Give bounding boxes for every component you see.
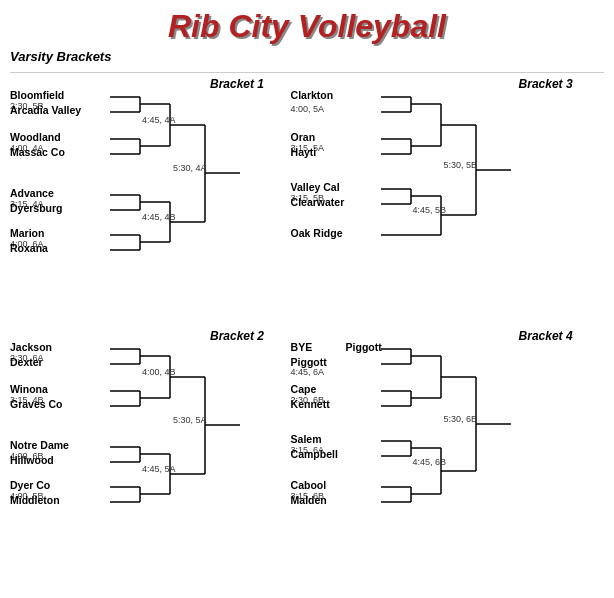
team-clarkton: Clarkton (291, 89, 334, 101)
time-r2-upper-b4: 4:45, 6A (291, 367, 325, 377)
time-r2-lower-b1: 4:45, 4B (142, 212, 176, 222)
bracket4-svg (291, 329, 614, 569)
team-arcadia-valley: Arcadia Valley (10, 104, 81, 116)
team-dexter: Dexter (10, 356, 43, 368)
team-massac-co: Massac Co (10, 146, 65, 158)
time-clarkton: 4:00, 5A (291, 104, 325, 114)
team-bye: BYE (291, 341, 313, 353)
time-r2-lower-b4: 4:45, 6B (413, 457, 447, 467)
main-title: Rib City Volleyball (10, 8, 604, 45)
team-clearwater: Clearwater (291, 196, 345, 208)
time-r2-upper-b2: 4:00, 4B (142, 367, 176, 377)
team-middleton: Middleton (10, 494, 60, 506)
time-r2-upper-b1: 4:45, 4A (142, 115, 176, 125)
subtitle: Varsity Brackets (10, 49, 604, 64)
team-hayti: Hayti (291, 146, 317, 158)
bracket2-label: Bracket 2 (210, 329, 264, 343)
bracket4: Bracket 4 BYE Piggott Piggott 4:45, 6A C… (291, 329, 604, 569)
time-r3-b1: 5:30, 4A (173, 163, 207, 173)
time-r3-b4: 5:30, 6B (444, 414, 478, 424)
bracket1: Bloomfield 2:30, 5B Arcadia Valley Woodl… (10, 77, 291, 317)
bracket2: Jackson 2:30, 6A Dexter Winona 3:15, 4B … (10, 329, 291, 569)
page: Rib City Volleyball Varsity Brackets (0, 0, 614, 598)
team-hillwood: Hillwood (10, 454, 54, 466)
time-r3-b2: 5:30, 5A (173, 415, 207, 425)
time-r2-lower-b2: 4:45, 5A (142, 464, 176, 474)
bracket1-label: Bracket 1 (210, 77, 264, 91)
gap (10, 317, 604, 325)
time-r3-b3: 5:30, 5B (444, 160, 478, 170)
team-piggott-label: Piggott (346, 341, 382, 353)
team-graves-co: Graves Co (10, 398, 63, 410)
bracket3-label: Bracket 3 (519, 77, 573, 91)
team-malden: Malden (291, 494, 327, 506)
team-roxana: Roxana (10, 242, 48, 254)
team-kennett: Kennett (291, 398, 330, 410)
bracket4-label: Bracket 4 (519, 329, 573, 343)
team-dyersburg: Dyersburg (10, 202, 63, 214)
team-campbell: Campbell (291, 448, 338, 460)
divider (10, 72, 604, 73)
team-oak-ridge: Oak Ridge (291, 227, 343, 239)
time-r2-lower-b3: 4:45, 5B (413, 205, 447, 215)
bracket3: Bracket 3 Clarkton 4:00, 5A Oran 3:15, 5… (291, 77, 604, 317)
